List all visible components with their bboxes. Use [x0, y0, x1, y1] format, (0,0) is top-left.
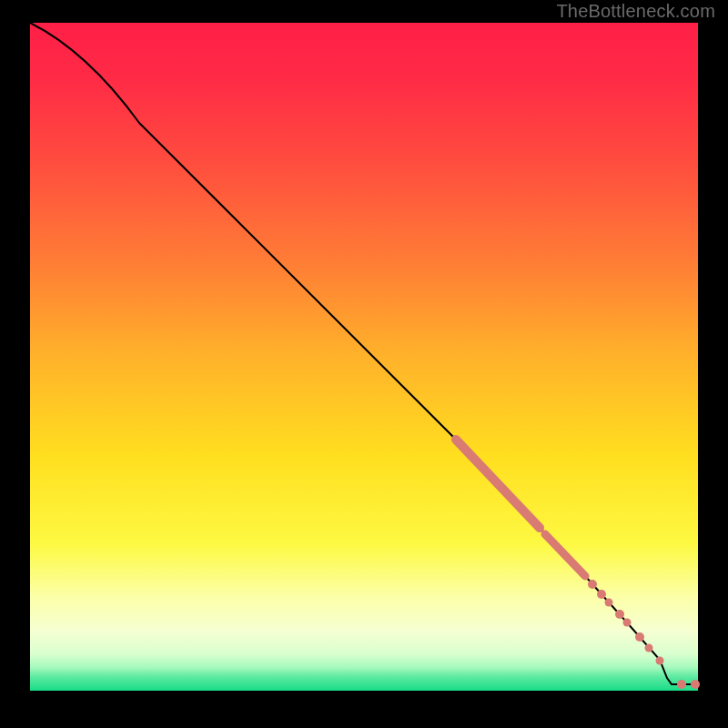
svg-point-4 [615, 610, 624, 619]
svg-point-3 [605, 599, 613, 607]
frame: TheBottleneck.com [0, 0, 728, 728]
svg-point-1 [588, 580, 597, 589]
marker-band-mid [545, 534, 585, 576]
svg-point-10 [691, 680, 700, 689]
svg-point-6 [635, 632, 644, 642]
watermark-text: TheBottleneck.com [556, 1, 715, 22]
marker-band-upper [456, 440, 540, 528]
svg-point-7 [645, 644, 653, 652]
svg-point-8 [656, 657, 664, 665]
svg-point-2 [597, 590, 606, 599]
svg-point-9 [677, 680, 686, 689]
bottleneck-curve [30, 23, 698, 691]
curve-line [30, 23, 698, 684]
plot-area [30, 23, 698, 691]
svg-point-5 [623, 619, 632, 627]
marker-group [588, 580, 700, 689]
